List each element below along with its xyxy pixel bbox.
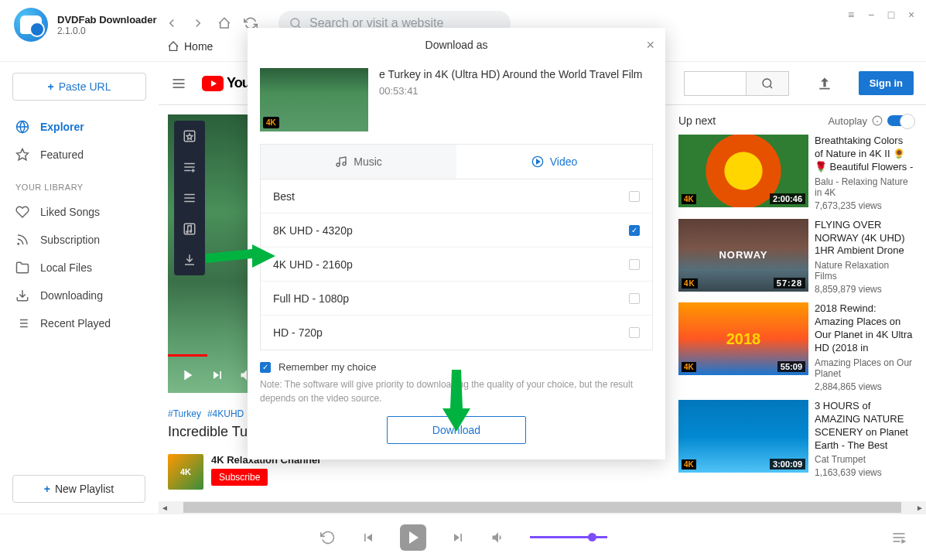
4k-badge: 4K (682, 459, 696, 470)
next-track-icon[interactable] (449, 529, 466, 546)
sidebar-subscription[interactable]: Subscription (12, 226, 146, 254)
download-icon (15, 289, 29, 302)
autoplay-toggle[interactable]: Autoplay (828, 115, 914, 127)
quality-label: HD - 720p (273, 326, 323, 339)
play-icon[interactable] (179, 367, 196, 384)
maximize-button[interactable]: □ (883, 6, 900, 23)
annotation-arrow-1 (206, 244, 275, 275)
horizontal-scrollbar[interactable]: ◄ ► (159, 501, 926, 514)
upnext-item[interactable]: 4K2:00:46 Breathtaking Colors of Nature … (678, 135, 914, 211)
tab-music[interactable]: Music (261, 145, 456, 179)
4k-badge: 4K (263, 117, 279, 128)
upnext-views: 8,859,879 views (815, 284, 914, 295)
download-video-icon[interactable] (180, 251, 199, 269)
paste-url-button[interactable]: + Paste URL (12, 73, 146, 101)
quality-row[interactable]: 8K UHD - 4320p✓ (261, 213, 652, 248)
sidebar-downloading[interactable]: Downloading (12, 282, 146, 309)
playlist-icon[interactable] (180, 189, 199, 207)
quality-checkbox[interactable] (629, 293, 640, 304)
close-window-button[interactable]: × (903, 6, 920, 23)
modal-header: Download as × (248, 28, 665, 62)
toggle-switch[interactable] (887, 115, 914, 126)
info-icon (872, 115, 883, 126)
folder-icon (15, 261, 29, 275)
next-icon[interactable] (210, 367, 225, 383)
youtube-play-icon (202, 76, 224, 91)
home-tab[interactable]: Home (167, 40, 213, 53)
quality-label: Full HD - 1080p (273, 292, 349, 305)
sidebar-explorer[interactable]: Explorer (12, 113, 146, 141)
4k-badge: 4K (682, 278, 698, 289)
upnext-channel: Nature Relaxation Films (815, 260, 914, 282)
modal-video-title: e Turkey in 4K (Ultra HD) Around the Wor… (379, 68, 643, 80)
tag-turkey[interactable]: #Turkey (168, 408, 201, 419)
quality-row[interactable]: Full HD - 1080p (261, 282, 652, 316)
play-button[interactable] (400, 524, 426, 551)
upnext-item[interactable]: 4K3:00:09 3 HOURS of AMAZING NATURE SCEN… (678, 400, 914, 479)
sidebar-featured[interactable]: Featured (12, 141, 146, 169)
quality-checkbox[interactable]: ✓ (629, 225, 640, 236)
modal-thumbnail: 4K (260, 68, 368, 131)
hamburger-icon[interactable] (171, 76, 186, 91)
music-note-icon[interactable] (180, 220, 199, 238)
remember-checkbox[interactable]: ✓ (260, 362, 271, 373)
quality-row[interactable]: Best (261, 179, 652, 213)
modal-tabs: Music Video (260, 144, 653, 179)
upnext-column: Up next Autoplay 4K2:00:46 Breathtaking … (678, 114, 926, 490)
quality-checkbox[interactable] (629, 259, 640, 270)
quality-row[interactable]: 4K UHD - 2160p (261, 248, 652, 282)
volume-button[interactable] (490, 529, 507, 546)
paste-url-label: Paste URL (59, 80, 111, 93)
back-button[interactable] (161, 12, 183, 34)
tag-4kuhd[interactable]: #4KUHD (207, 408, 244, 419)
home-button[interactable] (214, 12, 235, 34)
quality-checkbox[interactable] (629, 191, 640, 202)
queue-icon[interactable] (890, 529, 907, 546)
upnext-duration: 55:09 (777, 361, 805, 372)
tab-video[interactable]: Video (456, 145, 652, 179)
forward-button[interactable] (187, 12, 209, 34)
upnext-title: Breathtaking Colors of Nature in 4K II 🌻… (815, 135, 914, 174)
youtube-search-button[interactable] (746, 71, 789, 96)
scroll-thumb[interactable] (183, 502, 901, 513)
modal-video-duration: 00:53:41 (379, 85, 643, 97)
sidebar-featured-label: Featured (40, 149, 84, 161)
youtube-search-input[interactable] (684, 71, 746, 96)
volume-slider[interactable] (530, 536, 607, 538)
menu-button[interactable]: ≡ (842, 6, 859, 23)
prev-track-icon[interactable] (360, 529, 377, 546)
favorite-icon[interactable] (180, 127, 199, 145)
list-icon (15, 316, 29, 330)
player-side-toolbar (174, 121, 205, 275)
signin-button[interactable]: Sign in (859, 71, 914, 95)
upnext-item[interactable]: 20184K55:09 2018 Rewind: Amazing Places … (678, 302, 914, 392)
quality-row[interactable]: HD - 720p (261, 316, 652, 350)
add-to-list-icon[interactable] (180, 158, 199, 176)
scroll-left-arrow[interactable]: ◄ (159, 504, 171, 512)
sidebar-recent[interactable]: Recent Played (12, 309, 146, 337)
quality-checkbox[interactable] (629, 327, 640, 338)
subscribe-button[interactable]: Subscribe (211, 469, 268, 486)
quality-list[interactable]: Best8K UHD - 4320p✓4K UHD - 2160pFull HD… (260, 179, 653, 350)
sidebar-liked-songs[interactable]: Liked Songs (12, 198, 146, 226)
sidebar-explorer-label: Explorer (40, 121, 84, 133)
search-icon (761, 77, 774, 90)
scroll-right-arrow[interactable]: ► (914, 504, 926, 512)
repeat-icon[interactable] (319, 529, 337, 546)
channel-avatar[interactable]: 4K (168, 454, 203, 490)
new-playlist-button[interactable]: + New Playlist (12, 475, 145, 503)
sidebar-local-files[interactable]: Local Files (12, 254, 146, 282)
plus-icon: + (44, 483, 50, 495)
quality-label: 4K UHD - 2160p (273, 258, 353, 271)
video-icon (531, 155, 544, 168)
tab-video-label: Video (550, 155, 578, 168)
upnext-label: Up next (678, 114, 716, 127)
upnext-item[interactable]: NORWAY4K57:28 FLYING OVER NORWAY (4K UHD… (678, 219, 914, 295)
upnext-duration: 3:00:09 (770, 459, 805, 470)
upnext-thumb: 4K3:00:09 (678, 400, 808, 473)
upload-icon[interactable] (817, 76, 832, 91)
app-version: 2.1.0.0 (57, 26, 157, 36)
modal-close-button[interactable]: × (646, 37, 654, 53)
minimize-button[interactable]: − (863, 6, 880, 23)
library-header: YOUR LIBRARY (15, 183, 146, 192)
